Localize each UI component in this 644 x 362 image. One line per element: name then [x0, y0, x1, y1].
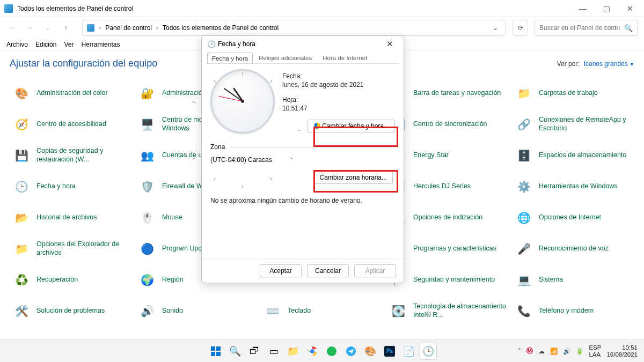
chrome-icon[interactable]	[304, 343, 320, 359]
language-indicator[interactable]: ESPLAA	[589, 344, 601, 358]
address-bar[interactable]: › Panel de control › Todos los elementos…	[82, 20, 506, 36]
item-icon: 🗄️	[514, 146, 533, 165]
time-label: Hora:	[282, 96, 395, 104]
search-button[interactable]: 🔍	[227, 343, 243, 359]
control-panel-item[interactable]: 🕒Fecha y hora	[10, 172, 132, 201]
svg-rect-1	[216, 346, 221, 351]
viewby-label: Ver por:	[557, 60, 580, 68]
mcafee-icon[interactable]: Ⓜ	[526, 347, 533, 355]
control-panel-item[interactable]: 🔊Sonido	[135, 297, 258, 326]
spotify-icon[interactable]	[324, 343, 340, 359]
back-button[interactable]: ←	[6, 21, 18, 34]
control-panel-item[interactable]: ⌨️Teclado	[261, 297, 383, 326]
menu-tools[interactable]: Herramientas	[81, 41, 120, 48]
control-panel-item[interactable]: ♻️Recuperación	[10, 265, 132, 294]
start-button[interactable]	[208, 343, 224, 359]
photoshop-icon[interactable]: Ps	[382, 343, 398, 359]
telegram-icon[interactable]	[343, 343, 359, 359]
refresh-button[interactable]: ⟳	[513, 20, 528, 36]
control-panel-item[interactable]: 🎨Administración del color	[10, 79, 132, 108]
item-icon: 📁	[514, 84, 533, 103]
control-panel-item[interactable]: 🎤Reconocimiento de voz	[512, 234, 634, 263]
control-panel-icon	[4, 4, 13, 13]
breadcrumb-item[interactable]: Todos los elementos de Panel de control	[163, 24, 279, 32]
onedrive-icon[interactable]: ☁	[538, 348, 545, 355]
item-icon: 🧭	[12, 115, 31, 134]
address-history-button[interactable]: ⌄	[489, 24, 501, 32]
control-panel-item[interactable]: 📁Carpetas de trabajo	[512, 79, 634, 108]
change-date-time-button[interactable]: Cambiar fecha y hora...	[308, 120, 395, 132]
tray-chevron-icon[interactable]: ˄	[518, 348, 521, 355]
search-icon[interactable]: 🔍	[624, 24, 633, 32]
close-button[interactable]: ✕	[625, 4, 635, 13]
control-panel-item[interactable]: ⭐Energy Star	[386, 141, 509, 170]
minimize-button[interactable]: —	[577, 4, 588, 13]
control-panel-item[interactable]: 🔄Centro de sincronización	[386, 110, 509, 139]
item-icon: 🎤	[514, 239, 533, 258]
control-panel-item[interactable]: 🌐Opciones de Internet	[512, 203, 634, 232]
control-panel-item[interactable]: 🏳️Seguridad y mantenimiento	[386, 265, 509, 294]
item-icon: 📞	[514, 301, 533, 321]
taskbar-clock[interactable]: 10:5116/08/2021	[606, 344, 638, 358]
forward-button[interactable]: →	[24, 21, 35, 34]
menu-file[interactable]: Archivo	[6, 41, 28, 48]
recent-button[interactable]: ⌄	[42, 21, 54, 34]
ok-button[interactable]: Aceptar	[260, 264, 302, 277]
date-time-taskbar-icon[interactable]: 🕒	[420, 343, 436, 359]
tab-additional-clocks[interactable]: Relojes adicionales	[254, 52, 317, 63]
tab-date-time[interactable]: Fecha y hora	[207, 53, 253, 64]
control-panel-item[interactable]: 🔍Opciones de indización	[386, 203, 509, 232]
file-explorer-icon[interactable]: 📁	[285, 343, 301, 359]
page-title: Ajustar la configuración del equipo	[10, 58, 157, 69]
control-panel-item[interactable]: 🗄️Espacios de almacenamiento	[512, 141, 634, 170]
item-icon: 🔊	[137, 301, 157, 321]
chevron-right-icon: ›	[156, 24, 158, 32]
dialog-tabs: Fecha y hora Relojes adicionales Hora de…	[202, 52, 404, 63]
control-panel-item[interactable]: 💻Sistema	[512, 265, 634, 294]
control-panel-item[interactable]: 🗔Barra de tareas y navegación	[386, 79, 509, 108]
control-panel-item[interactable]: 📞Teléfono y módem	[512, 297, 634, 326]
task-view-button[interactable]: 🗗	[246, 343, 262, 359]
control-panel-icon	[87, 24, 94, 32]
search-box[interactable]: 🔍	[535, 20, 638, 36]
volume-icon[interactable]: 🔊	[563, 348, 570, 355]
item-label: Administración del color	[36, 89, 108, 98]
item-icon: 📁	[12, 239, 31, 258]
control-panel-item[interactable]: 🔗Conexiones de RemoteApp y Escritorio	[512, 110, 634, 139]
search-input[interactable]	[539, 24, 620, 32]
control-panel-item[interactable]: 🎛️Hercules DJ Series	[386, 172, 509, 201]
control-panel-item[interactable]: 🛠️Solución de problemas	[10, 297, 132, 326]
maximize-button[interactable]: ▢	[601, 4, 612, 13]
widgets-button[interactable]: ▭	[266, 343, 282, 359]
cancel-button[interactable]: Cancelar	[307, 264, 349, 277]
control-panel-item[interactable]: 💽Tecnología de almacenamiento Intel® R..…	[386, 297, 509, 326]
item-icon: ⚙️	[514, 177, 533, 196]
control-panel-item[interactable]: 📦Programas y características	[386, 234, 509, 263]
up-button[interactable]: ↑	[60, 21, 71, 34]
breadcrumb-item[interactable]: Panel de control	[105, 24, 152, 32]
wifi-icon[interactable]: 📶	[550, 348, 558, 355]
item-label: Barra de tareas y navegación	[413, 89, 501, 98]
battery-icon[interactable]: 🔋	[576, 348, 583, 355]
menu-view[interactable]: Ver	[64, 41, 74, 48]
control-panel-item[interactable]: 📂Historial de archivos	[10, 203, 132, 232]
viewby-dropdown[interactable]: Iconos grandes ▼	[584, 60, 634, 68]
app-icon[interactable]: 📄	[401, 343, 417, 359]
tab-internet-time[interactable]: Hora de Internet	[318, 52, 372, 63]
item-icon: 🕒	[12, 177, 31, 196]
item-label: Reconocimiento de voz	[539, 245, 609, 253]
time-value: 10:51:47	[282, 105, 395, 112]
control-panel-item[interactable]: ⚙️Herramientas de Windows	[512, 172, 634, 201]
control-panel-item[interactable]: 🧭Centro de accesibilidad	[10, 110, 132, 139]
date-label: Fecha:	[282, 72, 395, 80]
system-tray: ˄ Ⓜ ☁ 📶 🔊 🔋 ESPLAA 10:5116/08/2021	[518, 344, 644, 358]
menu-edit[interactable]: Edición	[35, 41, 56, 48]
svg-rect-0	[211, 346, 215, 351]
chevron-right-icon: ›	[99, 24, 101, 32]
control-panel-item[interactable]: 💾Copias de seguridad y restauración (W..…	[10, 141, 132, 170]
apply-button[interactable]: Aplicar	[354, 264, 396, 277]
paint-icon[interactable]: 🎨	[362, 343, 378, 359]
dialog-close-button[interactable]: ✕	[381, 39, 398, 49]
control-panel-item[interactable]: 📁Opciones del Explorador de archivos	[10, 234, 132, 263]
change-timezone-button[interactable]: Cambiar zona horaria...	[314, 171, 393, 184]
